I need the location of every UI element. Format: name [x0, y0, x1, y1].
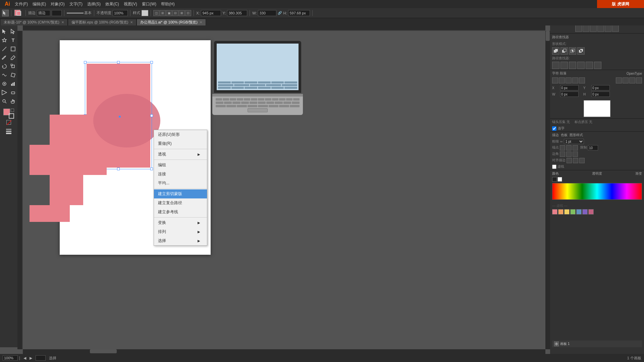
- handle-bm[interactable]: [117, 168, 120, 170]
- stroke-tab[interactable]: 描边: [552, 133, 559, 137]
- distrib-4[interactable]: [597, 25, 604, 32]
- lock-aspect[interactable]: 🔗: [278, 11, 282, 15]
- ctx-transform[interactable]: 变换 ▶: [154, 218, 207, 227]
- corner-miter[interactable]: [560, 152, 565, 157]
- white-swatch[interactable]: [557, 177, 562, 182]
- text-align-right[interactable]: [566, 77, 572, 83]
- text-style-3[interactable]: [629, 77, 635, 83]
- pf-3[interactable]: [569, 62, 576, 69]
- corner-round[interactable]: [566, 152, 572, 157]
- transparency-label[interactable]: 透明度: [592, 171, 602, 176]
- align-top[interactable]: ⊟: [172, 10, 178, 16]
- pf-1[interactable]: [552, 62, 559, 69]
- scale-tool[interactable]: [9, 62, 17, 70]
- ctx-join[interactable]: 连接: [154, 170, 207, 179]
- exclude-btn[interactable]: [577, 47, 585, 55]
- menu-help[interactable]: 帮助(H): [159, 1, 177, 8]
- swatch-pink[interactable]: [552, 209, 557, 215]
- hscroll-thumb[interactable]: [90, 349, 117, 353]
- menu-view[interactable]: 视图(V): [122, 1, 139, 8]
- dash-checkbox[interactable]: [552, 165, 556, 169]
- rotate-tool[interactable]: [0, 62, 8, 70]
- x-input[interactable]: [201, 10, 221, 16]
- menu-object[interactable]: 对象(O): [49, 1, 66, 8]
- no-fill[interactable]: [6, 120, 11, 125]
- warp-tool[interactable]: [0, 71, 8, 79]
- hand-tool[interactable]: [9, 97, 17, 105]
- tab-close-1[interactable]: ✕: [130, 20, 133, 24]
- style-swatch[interactable]: [142, 10, 148, 16]
- text-tool[interactable]: T: [9, 36, 17, 44]
- stroke-input[interactable]: [37, 10, 50, 16]
- swatch-rose[interactable]: [588, 209, 594, 215]
- pf-5[interactable]: [586, 62, 593, 69]
- ctx-perspective[interactable]: 透视 ▶: [154, 150, 207, 159]
- distrib-5[interactable]: [605, 25, 611, 32]
- minus-front-btn[interactable]: [560, 47, 568, 55]
- tab-0[interactable]: 未标题-10* @ 100% (CMYK/预览) ✕: [0, 19, 68, 25]
- swatch-blue[interactable]: [576, 209, 582, 215]
- horizontal-scrollbar[interactable]: [23, 349, 545, 354]
- line-tool[interactable]: [0, 45, 8, 53]
- align-left[interactable]: ◫: [153, 10, 159, 16]
- swatch-orange[interactable]: [558, 209, 564, 215]
- py-input[interactable]: [591, 85, 610, 90]
- handle-tm[interactable]: [117, 61, 120, 64]
- selection-tool[interactable]: [0, 27, 8, 36]
- zoom-input[interactable]: [3, 355, 18, 361]
- pf-2[interactable]: [560, 62, 568, 69]
- page-input[interactable]: [36, 355, 46, 361]
- handle-tr[interactable]: [150, 61, 153, 64]
- distrib-6[interactable]: [612, 25, 619, 32]
- text-style-1[interactable]: [616, 77, 622, 83]
- tab-1[interactable]: 偏平图标.eps @ 100% (RGB/预览) ✕: [68, 19, 137, 25]
- ph-input[interactable]: [591, 92, 610, 97]
- limit-input[interactable]: [588, 145, 598, 150]
- y-input[interactable]: [227, 10, 247, 16]
- text-style-4[interactable]: [636, 77, 642, 83]
- pen-tool[interactable]: [0, 36, 8, 44]
- stroke-center[interactable]: [567, 158, 572, 163]
- layers-panel-btn[interactable]: [5, 127, 13, 135]
- menu-text[interactable]: 文字(T): [67, 1, 85, 8]
- distrib-1[interactable]: [575, 25, 582, 32]
- distrib-3[interactable]: [590, 25, 597, 32]
- align-right[interactable]: ▣: [166, 10, 172, 16]
- tab-close-0[interactable]: ✕: [61, 20, 64, 24]
- free-transform[interactable]: [9, 71, 17, 79]
- ligature-checkbox[interactable]: [552, 126, 556, 131]
- handle-tl[interactable]: [84, 61, 87, 64]
- ctx-make-guide[interactable]: 建立参考线: [154, 207, 207, 217]
- black-swatch[interactable]: [552, 177, 557, 182]
- fill-stroke-colors[interactable]: [14, 9, 23, 17]
- cap-square[interactable]: [573, 145, 578, 150]
- ctx-make-compound-path[interactable]: 建立复合路径: [154, 198, 207, 207]
- handle-br[interactable]: [150, 168, 153, 170]
- fill-stroke-selector[interactable]: [3, 109, 14, 119]
- ctx-average[interactable]: 平均...: [154, 179, 207, 188]
- layer-visibility[interactable]: [554, 342, 559, 346]
- rect-tool[interactable]: [9, 45, 17, 53]
- swatch-green[interactable]: [570, 209, 576, 215]
- pf-4[interactable]: [577, 62, 585, 69]
- eraser-tool[interactable]: [9, 88, 17, 97]
- ctx-undo-rect[interactable]: 还原(U)矩形: [154, 130, 207, 139]
- swatch-yellow[interactable]: [564, 209, 570, 215]
- text-style-2[interactable]: [623, 77, 629, 83]
- swatches-tab[interactable]: 色板: [561, 133, 568, 137]
- h-input[interactable]: [288, 10, 310, 16]
- px-input[interactable]: [560, 85, 579, 90]
- pf-6[interactable]: [594, 62, 601, 69]
- align-bottom[interactable]: ⊡: [185, 10, 191, 16]
- stroke-inner[interactable]: [573, 158, 578, 163]
- zoom-tool[interactable]: [0, 97, 8, 105]
- menu-select[interactable]: 选择(S): [85, 1, 103, 8]
- ctx-redo[interactable]: 重做(R): [154, 139, 207, 148]
- swatch-purple[interactable]: [582, 209, 588, 215]
- unite-btn[interactable]: [552, 47, 559, 55]
- text-align-force[interactable]: [579, 77, 585, 83]
- cap-round[interactable]: [566, 145, 572, 150]
- graph-tool[interactable]: [9, 80, 17, 88]
- layer-row[interactable]: 画板 1: [552, 341, 642, 347]
- menu-window[interactable]: 窗口(W): [140, 1, 158, 8]
